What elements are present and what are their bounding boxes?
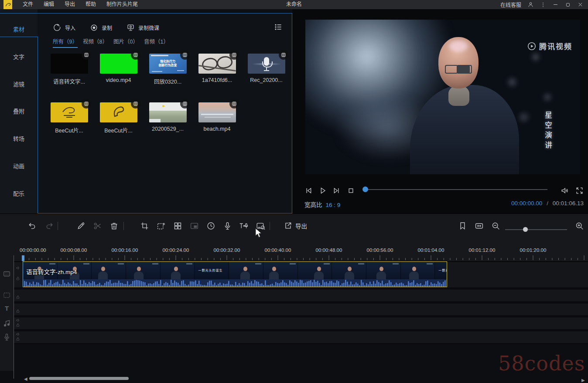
sidebar-item-transition[interactable]: 转场 [0,134,38,142]
media-thumbnail[interactable] [100,54,137,74]
menu-0[interactable]: 文件 [17,0,38,9]
text-track[interactable] [14,303,588,316]
music-track-lock-icon[interactable] [16,323,20,327]
add-to-timeline-badge[interactable] [82,50,91,60]
sidebar-item-text[interactable]: 文字 [0,52,38,61]
text-track-icon[interactable]: T [5,305,9,312]
edit-button[interactable] [74,219,87,232]
add-to-timeline-badge[interactable] [180,99,190,108]
media-thumbnail[interactable] [198,54,236,74]
play-button[interactable] [317,185,328,196]
add-to-timeline-badge[interactable] [131,99,140,108]
seek-handle[interactable] [362,186,368,192]
fit-timeline-button[interactable] [472,219,485,232]
more-menu-icon[interactable] [540,2,546,8]
tab-video[interactable]: 视频（8） [83,37,108,46]
media-thumbnail[interactable] [248,54,285,74]
seek-bar[interactable] [365,189,547,190]
voice-track-icon[interactable] [3,333,11,341]
tab-image[interactable]: 图片（0） [113,37,138,46]
library-item[interactable]: video.mp4 [94,54,143,83]
marker-button[interactable] [456,219,469,232]
sidebar-item-overlay[interactable]: 叠附 [0,107,38,115]
media-thumbnail[interactable] [51,54,88,74]
media-thumbnail[interactable] [198,102,236,122]
add-to-timeline-badge[interactable] [82,99,91,108]
undo-button[interactable] [25,219,38,232]
aspect-ratio[interactable]: 宽高比16 : 9 [304,200,340,209]
music-track-mute-icon[interactable] [16,318,20,322]
export-button[interactable]: 导出 [284,219,307,232]
media-thumbnail[interactable]: 强化执行力创新行为改变 [149,54,187,74]
library-item[interactable]: BeeCut片... [44,102,94,134]
add-to-timeline-badge[interactable] [131,50,140,60]
redo-button[interactable] [43,219,56,232]
previous-frame-button[interactable] [303,185,314,196]
video-track-icon[interactable] [3,270,11,278]
fullscreen-button[interactable] [574,185,585,196]
volume-button[interactable] [559,185,570,196]
video-preview[interactable]: 腾讯视频 星空演讲 [305,20,580,174]
list-view-button[interactable] [274,23,283,31]
zoom-region-button[interactable] [154,219,168,232]
tab-all[interactable]: 所有（9） [53,37,78,48]
scroll-left-arrow[interactable]: ◀ [24,376,27,381]
video-track-mute-icon[interactable] [16,266,20,270]
media-thumbnail[interactable] [149,102,187,122]
playhead-handle[interactable] [22,255,24,261]
text-track-lock-icon[interactable] [16,309,20,313]
sidebar-item-filter[interactable]: 滤镜 [0,80,38,88]
timeline-zoom-handle[interactable] [523,227,528,232]
add-to-timeline-badge[interactable] [229,99,239,108]
text-to-speech-button[interactable] [237,219,250,232]
overlay-track[interactable] [14,289,588,302]
add-to-timeline-badge[interactable] [229,50,239,60]
horizontal-scrollbar[interactable] [29,377,129,380]
delete-button[interactable] [107,219,120,232]
screen-record-button[interactable]: 录制微课 [126,22,159,33]
music-track[interactable] [14,317,588,330]
minimize-button[interactable] [552,1,559,8]
tab-audio[interactable]: 音频（1） [144,37,169,46]
library-item[interactable]: BeeCut片... [94,102,143,134]
stop-button[interactable] [345,185,356,196]
app-logo-icon[interactable] [3,0,12,9]
library-item[interactable]: 语音转文字... [44,54,94,85]
voiceover-button[interactable] [221,219,234,232]
duration-button[interactable] [204,219,217,232]
mosaic-button[interactable] [171,219,184,232]
pip-button[interactable] [188,219,201,232]
library-item[interactable]: 1a7410fd6... [192,54,242,83]
add-to-timeline-badge[interactable] [180,50,190,60]
video-track-lock-icon[interactable] [16,276,20,281]
voice-track-lock-icon[interactable] [16,337,20,341]
timeline-zoom-slider[interactable] [505,229,567,230]
sidebar-item-material[interactable]: 素材 [0,25,38,33]
overlay-track-lock-icon[interactable] [16,295,20,299]
media-thumbnail[interactable] [100,102,137,122]
timeline-clip[interactable]: 一颗光头的诞生一颗光头的诞生 语音转文字-zh.mp4 [23,261,447,287]
music-track-icon[interactable] [3,319,11,327]
library-item[interactable]: 强化执行力创新行为改变回放0320... [143,54,192,85]
split-button[interactable] [91,219,104,232]
sidebar-item-animation[interactable]: 动画 [0,162,38,170]
overlay-track-icon[interactable] [3,291,11,299]
zoom-in-button[interactable] [573,219,586,232]
next-frame-button[interactable] [331,185,342,196]
maximize-button[interactable] [565,2,571,8]
menu-1[interactable]: 编辑 [38,0,59,9]
menu-2[interactable]: 导出 [59,0,80,9]
scroll-right-arrow[interactable]: ▶ [581,378,585,383]
library-item[interactable]: Rec_20200... [242,54,291,83]
menu-3[interactable]: 帮助 [80,0,101,9]
zoom-out-button[interactable] [489,219,502,232]
account-icon[interactable] [527,1,534,8]
online-support-link[interactable]: 在线客服 [500,1,521,8]
library-item[interactable]: 20200529_... [143,102,192,132]
subtitle-recognition-button[interactable] [254,219,267,232]
library-item[interactable]: beach.mp4 [192,102,242,132]
add-to-timeline-badge[interactable] [279,50,288,60]
close-button[interactable] [577,1,584,8]
import-button[interactable]: 导入 [53,22,75,33]
sidebar-item-music[interactable]: 配乐 [0,189,38,197]
